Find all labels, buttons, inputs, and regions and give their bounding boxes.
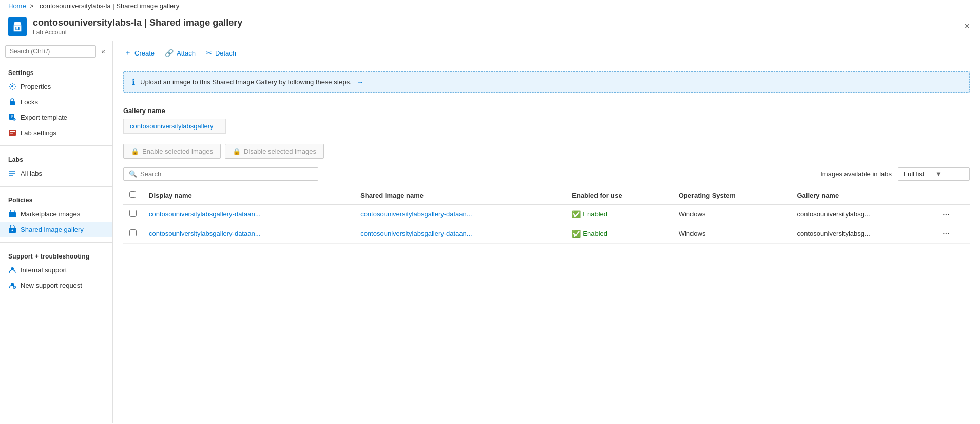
app-icon [8, 17, 27, 36]
svg-point-0 [11, 85, 13, 87]
svg-rect-1 [10, 101, 15, 105]
new-support-request-icon [8, 281, 16, 289]
search-icon: 🔍 [129, 170, 137, 178]
col-enabled-for-use: Enabled for use [566, 187, 672, 204]
row-shared-image-name-1: contosouniversitylabsgallery-dataan... [354, 224, 566, 244]
info-banner: ℹ Upload an image to this Shared Image G… [123, 71, 970, 93]
svg-rect-9 [9, 212, 16, 217]
row-actions-menu-1[interactable]: ··· [943, 230, 950, 237]
top-bar-titles: contosouniversitylabs-la | Shared image … [33, 17, 242, 36]
row-checkbox-0[interactable] [129, 210, 137, 217]
images-table: Display name Shared image name Enabled f… [123, 187, 970, 244]
enabled-badge-0: ✅ Enabled [572, 210, 666, 218]
disable-selected-button[interactable]: 🔒 Disable selected images [225, 144, 324, 159]
close-button[interactable]: × [962, 19, 972, 34]
col-operating-system: Operating System [672, 187, 791, 204]
properties-icon [8, 82, 16, 90]
gallery-name-label: Gallery name [123, 107, 970, 115]
select-all-checkbox[interactable] [129, 191, 136, 198]
locks-icon [8, 98, 16, 106]
disable-selected-label: Disable selected images [244, 148, 316, 155]
sidebar-item-shared-image-gallery[interactable]: Shared image gallery [0, 222, 112, 237]
display-name-link-0[interactable]: contosouniversitylabsgallery-dataan... [149, 210, 261, 218]
enabled-label-0: Enabled [583, 210, 607, 218]
sidebar-item-locks[interactable]: Locks [0, 94, 112, 109]
attach-icon: 🔗 [165, 49, 174, 57]
marketplace-images-label: Marketplace images [21, 210, 80, 218]
gallery-name-link[interactable]: contosouniversitylabsgallery [123, 119, 226, 134]
shared-image-link-1[interactable]: contosouniversitylabsgallery-dataan... [360, 230, 472, 237]
row-checkbox-cell-1 [123, 224, 143, 244]
sidebar-item-lab-settings[interactable]: Lab settings [0, 125, 112, 140]
page-subtitle: Lab Account [33, 29, 242, 36]
table-row: contosouniversitylabsgallery-dataan... c… [123, 204, 970, 224]
info-link[interactable]: → [357, 78, 363, 86]
shared-gallery-icon [8, 225, 16, 233]
settings-section-title: Settings [0, 67, 112, 79]
sidebar-item-marketplace-images[interactable]: Marketplace images [0, 206, 112, 222]
policies-section-title: Policies [0, 195, 112, 206]
row-checkbox-1[interactable] [129, 229, 137, 236]
check-icon-1: ✅ [572, 230, 581, 238]
display-name-link-1[interactable]: contosouniversitylabsgallery-dataan... [149, 230, 261, 237]
row-os-1: Windows [672, 224, 791, 244]
col-display-name: Display name [143, 187, 354, 204]
main-layout: « Settings Properties Locks Expo [0, 41, 980, 423]
shared-image-link-0[interactable]: contosouniversitylabsgallery-dataan... [360, 210, 472, 218]
search-box: 🔍 [123, 167, 318, 181]
sidebar-search-row: « [0, 41, 112, 62]
table-container: Display name Shared image name Enabled f… [113, 187, 980, 244]
enable-selected-label: Enable selected images [142, 148, 213, 155]
top-bar: contosouniversitylabs-la | Shared image … [0, 12, 980, 41]
all-labs-label: All labs [21, 170, 42, 177]
check-icon-0: ✅ [572, 210, 581, 218]
support-section-title: Support + troubleshooting [0, 251, 112, 262]
sidebar-item-export-template[interactable]: Export template [0, 109, 112, 125]
info-text: Upload an image to this Shared Image Gal… [140, 78, 352, 86]
attach-button[interactable]: 🔗 Attach [164, 47, 197, 59]
detach-label: Detach [215, 49, 236, 57]
sidebar-item-new-support-request[interactable]: New support request [0, 278, 112, 293]
svg-point-11 [12, 230, 13, 231]
sidebar-search-input[interactable] [5, 45, 96, 58]
enable-selected-button[interactable]: 🔒 Enable selected images [123, 144, 221, 159]
search-input[interactable] [140, 170, 313, 178]
create-button[interactable]: ＋ Create [123, 46, 156, 60]
shared-image-gallery-label: Shared image gallery [21, 226, 84, 233]
col-shared-image-name: Shared image name [354, 187, 566, 204]
row-actions-menu-0[interactable]: ··· [943, 210, 950, 218]
enable-lock-icon: 🔒 [131, 148, 139, 155]
filter-row: 🔍 Images available in labs Full list ▼ [113, 163, 980, 185]
sidebar: « Settings Properties Locks Expo [0, 41, 113, 423]
sidebar-item-properties[interactable]: Properties [0, 79, 112, 94]
export-template-icon [8, 113, 16, 121]
create-label: Create [134, 49, 155, 57]
images-available-label: Images available in labs [820, 170, 892, 178]
enabled-badge-1: ✅ Enabled [572, 230, 666, 238]
row-shared-image-name-0: contosouniversitylabsgallery-dataan... [354, 204, 566, 224]
breadcrumb-home[interactable]: Home [8, 2, 26, 10]
svg-rect-4 [10, 131, 15, 132]
detach-button[interactable]: ✂ Detach [205, 47, 237, 59]
gallery-section: Gallery name contosouniversitylabsgaller… [113, 99, 980, 138]
locks-label: Locks [21, 98, 38, 106]
sidebar-item-all-labs[interactable]: All labs [0, 165, 112, 181]
row-enabled-for-use-1: ✅ Enabled [566, 224, 672, 244]
row-actions-1[interactable]: ··· [936, 224, 970, 244]
sidebar-item-internal-support[interactable]: Internal support [0, 262, 112, 278]
table-row: contosouniversitylabsgallery-dataan... c… [123, 224, 970, 244]
row-display-name-0: contosouniversitylabsgallery-dataan... [143, 204, 354, 224]
new-support-request-label: New support request [21, 282, 82, 289]
export-template-label: Export template [21, 114, 67, 121]
attach-label: Attach [177, 49, 196, 57]
lab-icon [12, 21, 23, 32]
sidebar-collapse-btn[interactable]: « [99, 46, 107, 57]
breadcrumb-separator: > [30, 2, 34, 10]
marketplace-icon [8, 210, 16, 218]
row-gallery-name-1: contosouniversitylabsg... [791, 224, 937, 244]
page-title: contosouniversitylabs-la | Shared image … [33, 17, 242, 28]
row-actions-0[interactable]: ··· [936, 204, 970, 224]
images-dropdown[interactable]: Full list ▼ [898, 167, 970, 181]
internal-support-icon [8, 266, 16, 274]
all-labs-icon [8, 169, 16, 177]
